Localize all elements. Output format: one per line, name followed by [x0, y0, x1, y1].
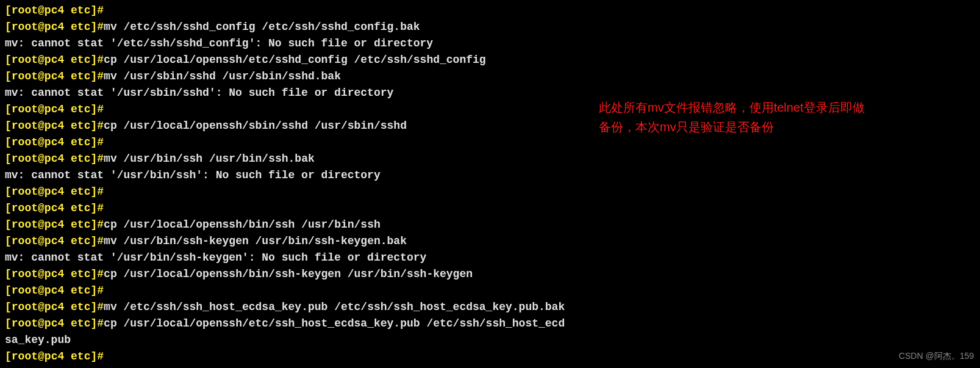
terminal-command-line: [root@pc4 etc]#cp /usr/local/openssh/bin…: [5, 266, 975, 283]
output-text: mv: cannot stat '/usr/sbin/sshd': No suc…: [5, 87, 393, 99]
command-text: cp /usr/local/openssh/etc/ssh_host_ecdsa…: [104, 317, 565, 330]
terminal-command-line: [root@pc4 etc]#: [5, 283, 975, 299]
shell-prompt: [root@pc4 etc]#: [5, 284, 104, 297]
terminal-command-line: [root@pc4 etc]#mv /usr/sbin/sshd /usr/sb…: [5, 68, 975, 85]
shell-prompt: [root@pc4 etc]#: [5, 120, 104, 132]
terminal-command-line: [root@pc4 etc]#: [5, 184, 975, 200]
terminal-command-line: [root@pc4 etc]#cp /usr/local/openssh/bin…: [5, 217, 975, 233]
terminal-command-line: [root@pc4 etc]#: [5, 2, 975, 19]
annotation-line-2: 备份，本次mv只是验证是否备份: [599, 117, 865, 137]
shell-prompt: [root@pc4 etc]#: [5, 136, 104, 148]
shell-prompt: [root@pc4 etc]#: [5, 218, 104, 231]
shell-prompt: [root@pc4 etc]#: [5, 301, 104, 313]
terminal-command-line: [root@pc4 etc]#mv /etc/ssh/ssh_host_ecds…: [5, 299, 975, 316]
command-text: cp /usr/local/openssh/bin/ssh /usr/bin/s…: [104, 218, 381, 231]
shell-prompt: [root@pc4 etc]#: [5, 235, 104, 247]
command-text: cp /usr/local/openssh/bin/ssh-keygen /us…: [104, 268, 473, 280]
terminal-output-line: sa_key.pub: [5, 332, 975, 348]
shell-prompt: [root@pc4 etc]#: [5, 186, 104, 198]
command-text: mv /etc/ssh/sshd_config /etc/ssh/sshd_co…: [104, 21, 420, 33]
command-text: mv /usr/bin/ssh /usr/bin/ssh.bak: [104, 153, 315, 165]
command-text: cp /usr/local/openssh/sbin/sshd /usr/sbi…: [104, 120, 407, 132]
shell-prompt: [root@pc4 etc]#: [5, 317, 104, 330]
command-text: cp /usr/local/openssh/etc/sshd_config /e…: [104, 54, 486, 66]
terminal-command-line: [root@pc4 etc]#cp /usr/local/openssh/etc…: [5, 52, 975, 68]
shell-prompt: [root@pc4 etc]#: [5, 70, 104, 82]
terminal-output-line: mv: cannot stat '/etc/ssh/sshd_config': …: [5, 35, 975, 52]
terminal-command-line: [root@pc4 etc]#mv /etc/ssh/sshd_config /…: [5, 19, 975, 35]
command-text: mv /usr/bin/ssh-keygen /usr/bin/ssh-keyg…: [104, 235, 407, 247]
shell-prompt: [root@pc4 etc]#: [5, 202, 104, 214]
watermark-text: CSDN @阿杰。159: [899, 348, 974, 364]
annotation-note: 此处所有mv文件报错忽略，使用telnet登录后即做 备份，本次mv只是验证是否…: [599, 98, 865, 137]
terminal-command-line: [root@pc4 etc]#: [5, 134, 975, 151]
shell-prompt: [root@pc4 etc]#: [5, 268, 104, 280]
output-text: mv: cannot stat '/usr/bin/ssh': No such …: [5, 169, 381, 181]
annotation-line-1: 此处所有mv文件报错忽略，使用telnet登录后即做: [599, 98, 865, 117]
shell-prompt: [root@pc4 etc]#: [5, 153, 104, 165]
command-text: mv /etc/ssh/ssh_host_ecdsa_key.pub /etc/…: [104, 301, 565, 313]
terminal-command-line: [root@pc4 etc]#mv /usr/bin/ssh-keygen /u…: [5, 233, 975, 250]
terminal-output[interactable]: [root@pc4 etc]#[root@pc4 etc]#mv /etc/ss…: [5, 2, 975, 365]
terminal-command-line: [root@pc4 etc]#mv /usr/bin/ssh /usr/bin/…: [5, 151, 975, 167]
shell-prompt: [root@pc4 etc]#: [5, 4, 104, 16]
terminal-output-line: mv: cannot stat '/usr/bin/ssh-keygen': N…: [5, 250, 975, 266]
output-text: sa_key.pub: [5, 334, 71, 346]
terminal-command-line: [root@pc4 etc]#: [5, 348, 975, 365]
terminal-command-line: [root@pc4 etc]#: [5, 200, 975, 217]
command-text: mv /usr/sbin/sshd /usr/sbin/sshd.bak: [104, 70, 341, 82]
output-text: mv: cannot stat '/usr/bin/ssh-keygen': N…: [5, 251, 426, 264]
terminal-output-line: mv: cannot stat '/usr/bin/ssh': No such …: [5, 167, 975, 184]
shell-prompt: [root@pc4 etc]#: [5, 21, 104, 33]
output-text: mv: cannot stat '/etc/ssh/sshd_config': …: [5, 37, 433, 49]
shell-prompt: [root@pc4 etc]#: [5, 54, 104, 66]
terminal-command-line: [root@pc4 etc]#cp /usr/local/openssh/etc…: [5, 316, 975, 332]
shell-prompt: [root@pc4 etc]#: [5, 103, 104, 115]
shell-prompt: [root@pc4 etc]#: [5, 350, 104, 363]
